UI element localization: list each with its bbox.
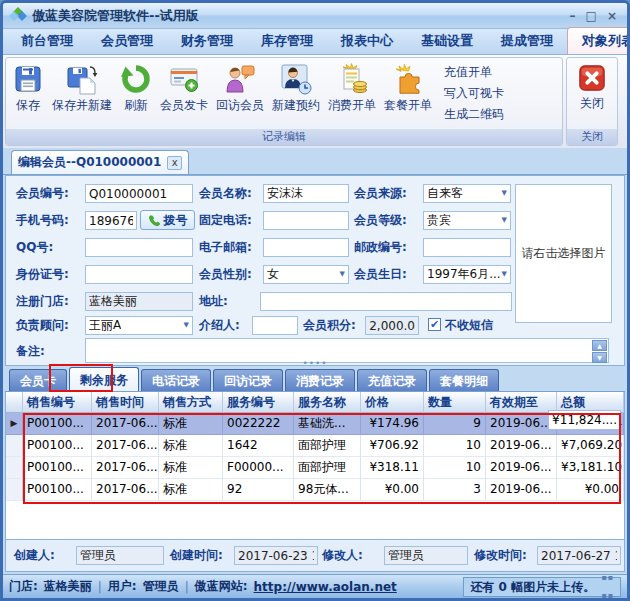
chevron-down-icon: ▼ — [502, 212, 507, 229]
fixed-phone-field[interactable] — [263, 211, 349, 230]
consultant-select[interactable]: 王丽A ▼ — [85, 316, 193, 335]
record-tab-4[interactable]: 回访记录 — [213, 369, 283, 391]
spinner-up-icon[interactable]: ▲ — [592, 340, 607, 351]
member-level-label: 会员等级: — [354, 211, 407, 230]
chevron-down-icon: ▼ — [502, 266, 507, 283]
member-no-field[interactable] — [85, 184, 193, 203]
document-tab-close-icon[interactable]: x — [167, 156, 182, 170]
column-header-8[interactable]: 有效期至 — [486, 392, 557, 413]
close-tab-button[interactable]: 关闭 — [573, 60, 611, 112]
invoice-icon — [336, 63, 368, 95]
no-sms-label: 不收短信 — [445, 316, 493, 335]
column-header-4[interactable]: 服务编号 — [223, 392, 294, 413]
record-tab-5[interactable]: 消费记录 — [285, 369, 355, 391]
member-level-select[interactable]: 贵宾 ▼ — [423, 211, 511, 230]
menu-item-2[interactable]: 会员管理 — [87, 28, 167, 54]
dial-button[interactable]: 拨号 — [140, 210, 195, 230]
member-name-field[interactable] — [263, 184, 349, 203]
menu-item-6[interactable]: 基础设置 — [407, 28, 487, 54]
qq-field[interactable] — [85, 238, 193, 257]
birthday-select[interactable]: 1997年6月... ▼ — [423, 265, 511, 284]
close-window-button[interactable]: × — [607, 8, 617, 24]
maximize-button[interactable]: □ — [586, 8, 597, 24]
menu-item-8[interactable]: 对象列表管理 — [567, 27, 630, 54]
creator-label: 创建人: — [14, 546, 55, 565]
ribbon-button-label: 消费开单 — [328, 97, 376, 114]
address-field[interactable] — [260, 292, 512, 311]
no-sms-checkbox[interactable]: ✔ — [428, 318, 441, 331]
save-button[interactable]: 保存 — [8, 60, 48, 114]
resize-grip-icon[interactable]: ▪▪▪▪ — [601, 569, 614, 601]
id-card-field[interactable] — [85, 265, 193, 284]
member-source-select[interactable]: 自来客 ▼ — [423, 184, 511, 203]
record-tab-strip: 会员卡剩余服务电话记录回访记录消费记录充值记录套餐明细 — [5, 367, 625, 392]
gender-select[interactable]: 女 ▼ — [263, 265, 349, 284]
member-photo-placeholder[interactable]: 请右击选择图片 — [515, 184, 612, 323]
record-tab-7[interactable]: 套餐明细 — [429, 369, 499, 391]
postal-field[interactable] — [423, 238, 511, 257]
website-link[interactable]: http://www.aolan.net — [254, 580, 397, 594]
table-cell: 2019-06... — [486, 435, 557, 457]
invoice-button[interactable]: 消费开单 — [324, 60, 380, 114]
table-row[interactable]: P00100...2017-06...标准9298元体...¥0.0032019… — [6, 479, 624, 501]
column-header-2[interactable]: 销售时间 — [92, 392, 159, 413]
mobile-label: 手机号码: — [16, 211, 69, 230]
minimize-button[interactable]: – — [570, 8, 576, 24]
ribbon-group-record-edit: 保存保存并新建刷新会员发卡回访会员新建预约消费开单套餐开单充值开单写入可视卡生成… — [5, 57, 563, 146]
create-time-label: 创建时间: — [170, 546, 223, 565]
puzzle-button[interactable]: 套餐开单 — [380, 60, 436, 114]
table-cell: 标准 — [159, 413, 223, 435]
mobile-field[interactable] — [85, 211, 137, 230]
table-cell: 2019-06... — [486, 413, 557, 435]
record-tab-1[interactable]: 会员卡 — [9, 369, 67, 391]
table-row[interactable]: P00100...2017-06...标准1642面部护理¥706.921020… — [6, 435, 624, 457]
ribbon-small-button-1[interactable]: 充值开单 — [442, 62, 506, 83]
column-header-1[interactable]: 销售编号 — [23, 392, 92, 413]
introducer-field[interactable] — [252, 316, 298, 335]
column-header-6[interactable]: 价格 — [361, 392, 424, 413]
menu-item-3[interactable]: 财务管理 — [167, 28, 247, 54]
table-cell: 98元体... — [294, 479, 361, 501]
menu-item-7[interactable]: 提成管理 — [487, 28, 567, 54]
table-cell: ¥3,181.10 — [557, 457, 624, 479]
create-time-field — [234, 546, 318, 565]
table-cell: 标准 — [159, 479, 223, 501]
window-title: 傲蓝美容院管理软件--试用版 — [32, 7, 570, 25]
save-new-button[interactable]: 保存并新建 — [48, 60, 116, 114]
table-cell: ¥7,069.20 — [557, 435, 624, 457]
refresh-icon — [120, 63, 152, 95]
member-name-label: 会员名称: — [199, 184, 252, 203]
table-row[interactable]: ▶P00100...2017-06...标准0022222基础洗...¥174.… — [6, 413, 624, 435]
modifier-label: 修改人: — [322, 546, 363, 565]
record-tab-6[interactable]: 充值记录 — [357, 369, 427, 391]
ribbon-small-button-3[interactable]: 生成二维码 — [442, 104, 506, 125]
menu-item-4[interactable]: 库存管理 — [247, 28, 327, 54]
record-tab-2[interactable]: 剩余服务 — [69, 367, 139, 391]
refresh-button[interactable]: 刷新 — [116, 60, 156, 114]
email-field[interactable] — [263, 238, 349, 257]
table-row[interactable]: P00100...2017-06...标准F00000...面部护理¥318.1… — [6, 457, 624, 479]
row-indicator-header — [6, 392, 23, 413]
status-user-label: 用户: — [108, 578, 137, 595]
column-header-5[interactable]: 服务名称 — [294, 392, 361, 413]
address-label: 地址: — [199, 292, 228, 311]
birthday-label: 会员生日: — [354, 265, 407, 284]
record-tab-3[interactable]: 电话记录 — [141, 369, 211, 391]
postal-label: 邮政编号: — [354, 238, 407, 257]
appointment-button[interactable]: 新建预约 — [268, 60, 324, 114]
member-form: 会员编号: 会员名称: 会员来源: 自来客 ▼ 手机号码: 拨号 固定电话: 会… — [5, 175, 625, 366]
table-cell: 2017-06... — [92, 479, 159, 501]
column-header-7[interactable]: 数量 — [424, 392, 486, 413]
column-header-3[interactable]: 销售方式 — [159, 392, 223, 413]
ribbon-small-button-2[interactable]: 写入可视卡 — [442, 83, 506, 104]
puzzle-icon — [392, 63, 424, 95]
member-card-button[interactable]: 会员发卡 — [156, 60, 212, 114]
chevron-down-icon: ▼ — [340, 266, 345, 283]
menu-item-5[interactable]: 报表中心 — [327, 28, 407, 54]
person-chat-button[interactable]: 回访会员 — [212, 60, 268, 114]
total-amount: ¥11,824.... — [548, 410, 621, 430]
document-tab-edit-member[interactable]: 编辑会员--Q010000001 x — [11, 150, 189, 174]
member-source-label: 会员来源: — [354, 184, 407, 203]
modify-time-field — [537, 546, 621, 565]
menu-item-1[interactable]: 前台管理 — [7, 28, 87, 54]
